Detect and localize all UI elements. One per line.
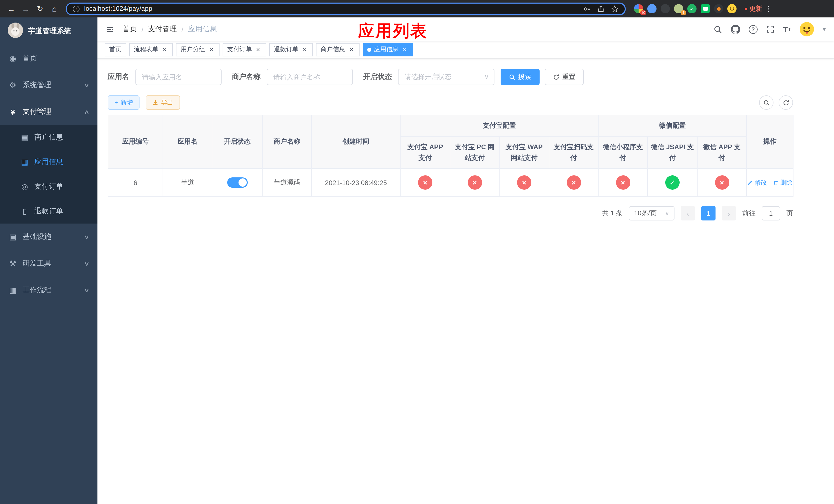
merchant-name-input[interactable]: [267, 69, 353, 85]
table-toolbar: + 新增 导出: [108, 95, 793, 110]
sidebar-item-label: 退款订单: [35, 207, 63, 216]
sidebar-item-payment[interactable]: ¥ 支付管理 ∧: [0, 98, 97, 125]
extension-blue-icon[interactable]: [647, 4, 657, 13]
github-icon[interactable]: [731, 25, 740, 34]
fullscreen-icon[interactable]: [766, 25, 774, 33]
close-icon[interactable]: ×: [401, 46, 408, 53]
prev-page-button[interactable]: ‹: [681, 206, 695, 221]
close-icon[interactable]: ×: [301, 46, 308, 53]
tab-app-info[interactable]: 应用信息 ×: [363, 43, 413, 56]
tab-user-group[interactable]: 用户分组 ×: [176, 43, 220, 56]
cell-app-name: 芋道: [163, 169, 212, 197]
page-number-button[interactable]: 1: [701, 206, 716, 221]
sidebar-item-system[interactable]: ⚙ 系统管理 ∨: [0, 72, 97, 98]
edit-link[interactable]: 修改: [747, 178, 767, 187]
sidebar-item-infrastructure[interactable]: ▣ 基础设施 ∨: [0, 224, 97, 250]
sidebar-item-merchant-info[interactable]: ▤ 商户信息: [0, 125, 97, 150]
extension-check-icon[interactable]: ✓: [687, 4, 697, 13]
search-button[interactable]: 搜索: [501, 69, 540, 85]
merchant-name-label: 商户名称: [232, 72, 261, 82]
browser-home-icon[interactable]: ⌂: [48, 3, 61, 15]
sidebar-item-app-info[interactable]: ▦ 应用信息: [0, 150, 97, 174]
tab-payment-orders[interactable]: 支付订单 ×: [223, 43, 266, 56]
app-header: 首页 / 支付管理 / 应用信息 应用列表 ?: [97, 18, 834, 41]
address-bar[interactable]: i localhost:1024/pay/app: [66, 2, 626, 15]
breadcrumb-payment[interactable]: 支付管理: [148, 25, 177, 34]
pagination-total: 共 1 条: [602, 209, 623, 218]
status-select-placeholder: 请选择开启状态: [405, 72, 452, 82]
add-button[interactable]: + 新增: [108, 95, 139, 110]
tab-label: 支付订单: [227, 45, 252, 54]
sidebar-item-label: 商户信息: [35, 133, 63, 142]
col-header-actions: 操作: [747, 115, 793, 169]
export-button[interactable]: 导出: [146, 95, 180, 110]
status-select[interactable]: 请选择开启状态 ∨: [398, 69, 495, 85]
tab-refund-orders[interactable]: 退款订单 ×: [269, 43, 313, 56]
col-group-alipay: 支付宝配置: [400, 115, 598, 137]
breadcrumb-separator: /: [181, 25, 184, 33]
browser-back-icon[interactable]: ←: [5, 3, 18, 15]
alipay-wap-status-icon: ×: [517, 176, 531, 190]
toggle-search-button[interactable]: [759, 95, 773, 110]
close-icon[interactable]: ×: [161, 46, 168, 53]
goto-page-input[interactable]: [762, 206, 780, 221]
close-icon[interactable]: ×: [348, 46, 355, 53]
extension-avatar-icon[interactable]: 1: [674, 4, 683, 13]
browser-forward-icon[interactable]: →: [20, 3, 32, 15]
tab-home[interactable]: 首页: [105, 43, 126, 56]
bookmark-star-icon[interactable]: [611, 5, 619, 13]
delete-link[interactable]: 删除: [773, 178, 792, 187]
cell-actions: 修改 删除: [747, 169, 793, 197]
sidebar-item-dev-tools[interactable]: ⚒ 研发工具 ∨: [0, 250, 97, 277]
alipay-pc-status-icon: ×: [467, 176, 482, 190]
breadcrumb-home[interactable]: 首页: [123, 25, 137, 34]
status-toggle[interactable]: [227, 178, 247, 188]
extension-paw-icon[interactable]: [714, 4, 723, 13]
refresh-button[interactable]: [778, 95, 793, 110]
cell-alipay-qr: ×: [549, 169, 598, 197]
update-button[interactable]: 更新: [745, 4, 762, 13]
page-size-select[interactable]: 10条/页 ∨: [629, 206, 675, 221]
close-icon[interactable]: ×: [255, 46, 262, 53]
extension-badge: 1: [681, 10, 686, 15]
filter-form: 应用名 商户名称 开启状态 请选择开启状态 ∨ 搜索 重置: [108, 69, 793, 85]
status-label: 开启状态: [363, 72, 392, 82]
extension-dark-icon[interactable]: [661, 4, 670, 13]
chevron-down-icon: ∨: [84, 260, 90, 267]
caret-down-icon[interactable]: ▾: [823, 26, 826, 33]
grid-icon: ▦: [21, 157, 29, 167]
tab-merchant-info[interactable]: 商户信息 ×: [316, 43, 359, 56]
sidebar-item-payment-orders[interactable]: ◎ 支付订单: [0, 174, 97, 199]
extension-emoji-icon[interactable]: [727, 4, 737, 13]
app-name-input[interactable]: [135, 69, 222, 85]
browser-reload-icon[interactable]: ↻: [34, 3, 46, 15]
site-info-icon[interactable]: i: [73, 5, 80, 12]
app-logo-row: 芋道管理系统: [0, 18, 97, 45]
close-icon[interactable]: ×: [208, 46, 215, 53]
user-avatar[interactable]: [799, 22, 814, 37]
help-icon[interactable]: ?: [749, 25, 757, 33]
reset-button[interactable]: 重置: [545, 69, 584, 85]
search-icon[interactable]: [713, 25, 722, 33]
sidebar-item-refund-orders[interactable]: ▯ 退款订单: [0, 199, 97, 224]
update-dot: [745, 7, 747, 10]
password-key-icon[interactable]: [583, 5, 591, 13]
sidebar-item-home[interactable]: ◉ 首页: [0, 45, 97, 72]
extension-wechat-devtools-icon[interactable]: [701, 4, 710, 13]
browser-menu-icon[interactable]: ⋮: [764, 3, 772, 15]
tab-process-form[interactable]: 流程表单 ×: [129, 43, 173, 56]
font-size-icon[interactable]: TT: [783, 25, 791, 33]
col-header-created: 创建时间: [312, 115, 400, 169]
search-button-label: 搜索: [518, 72, 531, 82]
page-unit-label: 页: [786, 209, 793, 218]
col-header-alipay-qr: 支付宝扫码支付: [549, 137, 598, 169]
col-header-wechat-jsapi: 微信 JSAPI 支付: [648, 137, 697, 169]
extension-grid-icon[interactable]: 10: [634, 4, 643, 13]
next-page-button[interactable]: ›: [722, 206, 736, 221]
card-icon: ▤: [21, 133, 29, 142]
sidebar-item-workflow[interactable]: ▥ 工作流程 ∨: [0, 277, 97, 303]
chevron-down-icon: ∨: [84, 287, 90, 294]
share-icon[interactable]: [597, 5, 605, 13]
plus-icon: +: [114, 99, 118, 106]
sidebar-fold-icon[interactable]: [106, 25, 114, 33]
